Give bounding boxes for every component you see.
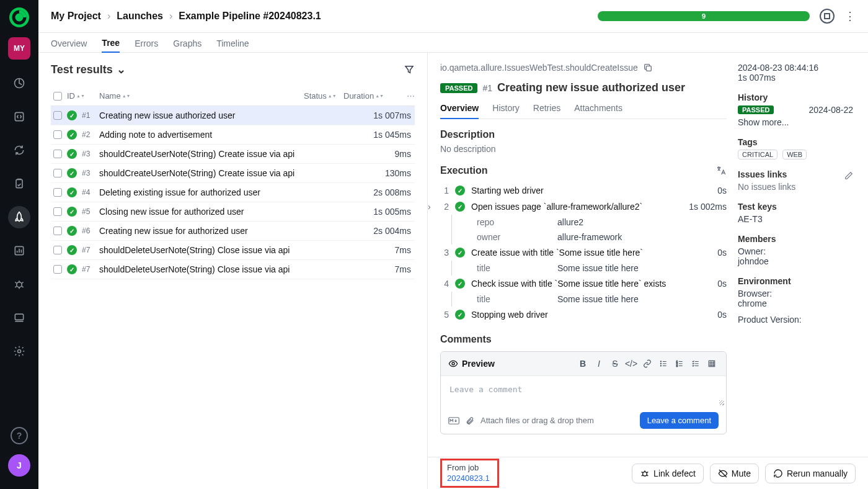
leave-comment-button[interactable]: Leave a comment: [640, 412, 719, 429]
detail-tab-attachments[interactable]: Attachments: [574, 103, 622, 119]
chevron-right-icon: ›: [169, 11, 172, 22]
progress-bar[interactable]: 9: [598, 11, 810, 21]
nav-defects[interactable]: [8, 273, 30, 295]
nav-clipboard[interactable]: [8, 173, 30, 195]
nav-dashboard[interactable]: [8, 72, 30, 94]
testkeys-value: AE-T3: [738, 214, 853, 224]
row-checkbox[interactable]: [53, 246, 62, 254]
code-icon[interactable]: </>: [624, 357, 638, 370]
detail-tab-history[interactable]: History: [492, 103, 520, 119]
markdown-icon[interactable]: [448, 417, 459, 424]
link-defect-button[interactable]: Link defect: [632, 464, 704, 483]
execution-step[interactable]: 4 Check issue with title `Some issue tit…: [440, 276, 727, 292]
table-row[interactable]: #4 Deleting existing issue for authorize…: [51, 183, 415, 202]
project-badge[interactable]: MY: [8, 37, 30, 60]
column-id[interactable]: ID▲▼: [67, 91, 84, 101]
user-avatar[interactable]: J: [8, 454, 30, 477]
italic-icon[interactable]: I: [592, 357, 606, 370]
numbered-list-icon[interactable]: 123: [673, 357, 686, 370]
svg-point-10: [452, 362, 454, 365]
tab-overview[interactable]: Overview: [51, 38, 87, 52]
execution-step[interactable]: 5 Stopping web driver 0s: [440, 307, 727, 323]
sort-icon: ▲▼: [76, 95, 82, 97]
param-key: title: [477, 263, 557, 273]
table-row[interactable]: #7 shouldDeleteUserNote(String) Close is…: [51, 260, 415, 279]
tab-timeline[interactable]: Timeline: [216, 38, 249, 52]
row-checkbox[interactable]: [53, 227, 62, 235]
nav-code[interactable]: [8, 105, 30, 128]
stop-icon[interactable]: [820, 9, 835, 24]
bullet-list-icon[interactable]: [657, 357, 670, 370]
column-duration[interactable]: Duration▲▼: [343, 91, 398, 101]
nav-env[interactable]: [8, 307, 30, 329]
breadcrumb-project[interactable]: My Project: [51, 11, 101, 22]
breadcrumb-pipeline[interactable]: Example Pipeline #20240823.1: [179, 11, 321, 22]
checklist-icon[interactable]: [689, 357, 702, 370]
tab-tree[interactable]: Tree: [102, 38, 120, 53]
help-icon[interactable]: ?: [11, 427, 28, 444]
resize-handle[interactable]: [719, 400, 724, 405]
table-row[interactable]: #3 shouldCreateUserNote(String) Create i…: [51, 164, 415, 183]
link-icon[interactable]: [640, 357, 654, 370]
preview-button[interactable]: Preview: [448, 359, 495, 369]
more-menu-icon[interactable]: ⋮: [844, 9, 856, 23]
table-row[interactable]: #5 Closing new issue for authorized user…: [51, 202, 415, 222]
row-checkbox[interactable]: [53, 150, 62, 158]
show-more-link[interactable]: Show more...: [738, 117, 853, 127]
edit-icon[interactable]: [844, 171, 853, 180]
results-title[interactable]: Test results ⌄: [51, 63, 126, 76]
execution-step[interactable]: 3 Create issue with title `Some issue ti…: [440, 244, 727, 261]
breadcrumb-section[interactable]: Launches: [117, 11, 163, 22]
attach-icon[interactable]: [466, 416, 474, 425]
table-row[interactable]: #1 Creating new issue authorized user 1s…: [51, 106, 415, 125]
nav-launches[interactable]: [8, 206, 30, 228]
execution-step[interactable]: 1 Starting web driver 0s: [440, 182, 727, 199]
row-checkbox[interactable]: [53, 111, 62, 120]
table-row[interactable]: #7 shouldDeleteUserNote(String) Close is…: [51, 241, 415, 260]
strikethrough-icon[interactable]: S: [608, 357, 622, 370]
copy-icon[interactable]: [643, 63, 653, 73]
table-icon[interactable]: [705, 357, 719, 370]
row-checkbox[interactable]: [53, 207, 62, 216]
tag-chip[interactable]: CRITICAL: [738, 150, 777, 159]
column-name[interactable]: Name▲▼: [99, 91, 299, 101]
comment-input[interactable]: Leave a comment: [441, 376, 726, 407]
filter-icon[interactable]: [404, 64, 415, 75]
row-checkbox[interactable]: [53, 130, 62, 139]
test-title-row: PASSED #1 Creating new issue authorized …: [440, 81, 727, 94]
status-passed-icon: [67, 264, 77, 274]
table-row[interactable]: #6 Creating new issue for authorized use…: [51, 222, 415, 241]
row-checkbox[interactable]: [53, 265, 62, 274]
row-checkbox[interactable]: [53, 169, 62, 177]
row-id: #3: [82, 150, 94, 158]
app-logo[interactable]: [9, 7, 29, 27]
table-row[interactable]: #2 Adding note to advertisement 1s 045ms: [51, 125, 415, 145]
tag-chip[interactable]: WEB: [782, 150, 807, 159]
table-row[interactable]: #3 shouldCreateUserNote(String) Create i…: [51, 145, 415, 164]
members-label: Members: [738, 234, 853, 244]
execution-step[interactable]: › 2 Open issues page `allure-framework/a…: [440, 199, 727, 215]
rerun-button[interactable]: Rerun manually: [765, 464, 856, 483]
table-options-icon[interactable]: ⋯: [407, 91, 415, 101]
bold-icon[interactable]: B: [576, 357, 590, 370]
row-id: #5: [82, 207, 94, 216]
tab-graphs[interactable]: Graphs: [173, 38, 202, 52]
row-duration: 2s 008ms: [373, 187, 415, 197]
from-job-link[interactable]: 20240823.1: [447, 473, 490, 484]
status-passed-icon: [67, 187, 77, 197]
detail-tab-retries[interactable]: Retries: [533, 103, 560, 119]
row-id: #1: [82, 111, 94, 120]
row-checkbox[interactable]: [53, 188, 62, 197]
column-status[interactable]: Status▲▼: [304, 91, 339, 101]
svg-rect-3: [16, 179, 22, 187]
chevron-right-icon[interactable]: ›: [428, 202, 434, 212]
test-path: io.qameta.allure.IssuesWebTest.shouldCre…: [440, 63, 727, 73]
select-all-checkbox[interactable]: [53, 92, 62, 101]
detail-tab-overview[interactable]: Overview: [440, 103, 479, 119]
nav-analytics[interactable]: [8, 240, 30, 262]
tab-errors[interactable]: Errors: [135, 38, 158, 52]
nav-sync[interactable]: [8, 139, 30, 161]
translate-icon[interactable]: [715, 165, 727, 176]
mute-button[interactable]: Mute: [710, 464, 759, 483]
nav-settings[interactable]: [8, 340, 30, 362]
